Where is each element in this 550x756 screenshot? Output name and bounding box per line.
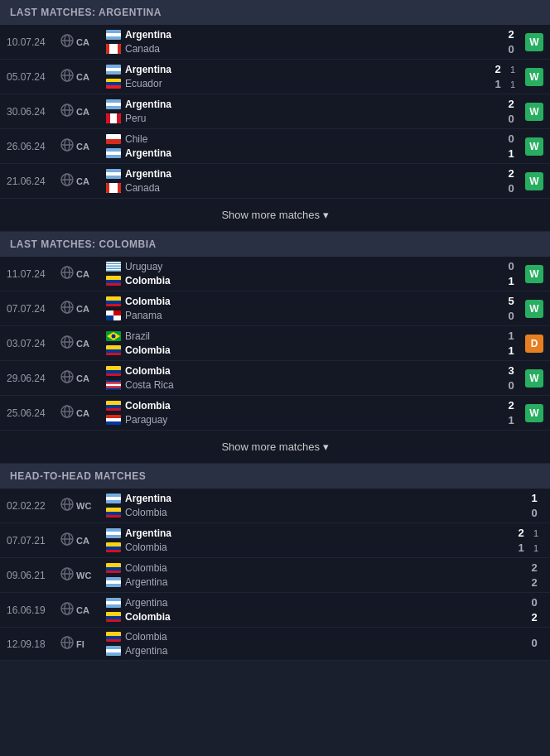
match-teams: ArgentinaColombia — [106, 597, 528, 623]
score-line: 0 — [505, 113, 517, 125]
svg-rect-93 — [106, 418, 121, 421]
competition-label: CA — [76, 37, 89, 47]
match-scores: 0 — [528, 637, 540, 652]
team-name: Colombia — [125, 562, 167, 574]
score-line: 0 — [505, 310, 517, 322]
team-flag — [106, 65, 121, 75]
svg-rect-78 — [106, 370, 121, 373]
team-name: Brazil — [125, 330, 150, 342]
globe-icon — [60, 498, 74, 513]
team-flag — [106, 262, 121, 272]
match-competition: CA — [60, 335, 106, 351]
svg-rect-63 — [106, 315, 113, 320]
globe-icon — [60, 301, 74, 316]
score-extra: 1 — [509, 79, 517, 89]
competition-label: WC — [76, 501, 91, 511]
team-line: Paraguay — [106, 414, 505, 426]
team-flag — [106, 612, 121, 622]
score-main: 5 — [505, 295, 517, 307]
team-flag — [106, 296, 121, 306]
team-line: Argentina — [106, 576, 528, 588]
team-line: Colombia — [106, 507, 528, 518]
score-main: 0 — [505, 113, 517, 125]
svg-rect-32 — [106, 148, 121, 152]
svg-rect-53 — [106, 280, 121, 283]
match-competition: CA — [60, 138, 106, 154]
svg-rect-109 — [106, 535, 121, 538]
score-line: 0 — [505, 43, 517, 55]
team-flag — [106, 134, 121, 144]
score-main: 1 — [505, 275, 517, 287]
score-line: 1 — [505, 147, 517, 160]
team-line: Argentina — [106, 64, 492, 75]
score-line: 3 — [505, 364, 517, 377]
team-name: Peru — [125, 113, 146, 124]
match-scores: 2111 — [515, 527, 540, 554]
team-flag — [106, 401, 121, 411]
score-main: 0 — [528, 507, 540, 519]
team-name: Argentina — [125, 597, 167, 609]
competition-label: CA — [76, 72, 89, 82]
team-line: Colombia — [106, 631, 528, 643]
show-more-button[interactable]: Show more matches ▾ — [221, 441, 328, 453]
match-scores: 01 — [505, 132, 517, 160]
match-scores: 10 — [528, 492, 540, 519]
score-line: 0 — [505, 132, 517, 145]
globe-icon — [60, 34, 74, 50]
score-main: 2 — [515, 527, 527, 539]
team-name: Paraguay — [125, 414, 167, 426]
svg-rect-77 — [106, 366, 121, 370]
team-name: Colombia — [125, 400, 171, 412]
svg-rect-12 — [106, 65, 121, 68]
team-flag — [106, 542, 121, 552]
team-line: Argentina — [106, 29, 505, 41]
match-row: 05.07.24CAArgentinaEcuador2111W — [0, 60, 550, 94]
section-header-last-matches-colombia: LAST MATCHES: COLOMBIA — [0, 232, 550, 257]
score-extra: 1 — [509, 65, 517, 75]
svg-rect-119 — [106, 577, 121, 580]
score-main: 0 — [505, 43, 517, 55]
match-teams: ArgentinaCanada — [106, 168, 505, 194]
show-more-button[interactable]: Show more matches ▾ — [221, 209, 328, 221]
team-flag — [106, 415, 121, 425]
match-competition: CA — [60, 266, 106, 282]
score-main: 0 — [528, 637, 540, 649]
svg-rect-98 — [106, 494, 121, 497]
svg-rect-34 — [106, 155, 121, 158]
svg-rect-26 — [117, 113, 121, 123]
match-competition: CA — [60, 370, 106, 386]
svg-rect-39 — [106, 172, 121, 176]
match-teams: ColombiaCosta Rica — [106, 365, 505, 391]
score-main: 0 — [505, 260, 517, 272]
match-row: 02.02.22WCArgentinaColombia10 — [0, 489, 550, 523]
team-line: Argentina — [106, 527, 515, 539]
svg-rect-71 — [106, 345, 121, 349]
team-line: Panama — [106, 310, 505, 321]
match-competition: CA — [60, 69, 106, 84]
svg-rect-125 — [106, 598, 121, 601]
svg-rect-61 — [106, 311, 113, 315]
score-line: 2 — [505, 28, 517, 41]
match-teams: ColombiaArgentina — [106, 562, 528, 588]
match-competition: FI — [60, 636, 106, 652]
score-main: 2 — [505, 167, 517, 180]
svg-rect-94 — [106, 421, 121, 425]
globe-icon — [60, 335, 74, 351]
match-date: 03.07.24 — [7, 338, 60, 349]
svg-rect-8 — [118, 44, 121, 54]
result-badge: W — [525, 68, 543, 86]
team-line: Argentina — [106, 645, 528, 657]
match-competition: CA — [60, 301, 106, 316]
team-name: Argentina — [125, 576, 167, 588]
team-flag — [106, 494, 121, 503]
page-container: LAST MATCHES: ARGENTINA10.07.24CAArgenti… — [0, 0, 550, 661]
team-name: Ecuador — [125, 78, 162, 89]
match-date: 16.06.19 — [7, 604, 60, 616]
svg-rect-112 — [106, 550, 121, 552]
svg-rect-14 — [106, 71, 121, 75]
svg-rect-64 — [113, 315, 121, 320]
team-line: Costa Rica — [106, 379, 505, 391]
svg-rect-129 — [106, 616, 121, 619]
score-main: 2 — [528, 576, 540, 589]
match-teams: ArgentinaColombia — [106, 493, 528, 518]
